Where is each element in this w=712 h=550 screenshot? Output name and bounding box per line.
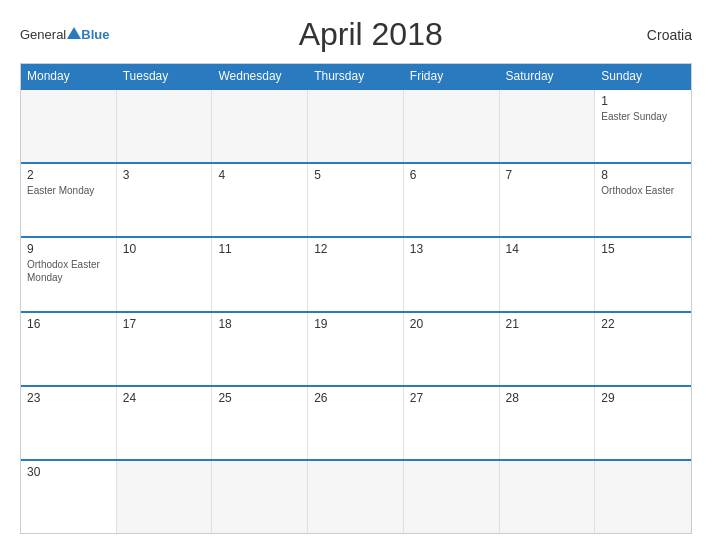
- calendar-cell: 19: [308, 313, 404, 385]
- calendar-cell: [595, 461, 691, 533]
- calendar-cell: 9Orthodox Easter Monday: [21, 238, 117, 310]
- calendar-row: 23242526272829: [21, 385, 691, 459]
- calendar-cell: 5: [308, 164, 404, 236]
- day-of-week-label: Friday: [404, 64, 500, 88]
- day-number: 30: [27, 465, 110, 479]
- day-number: 12: [314, 242, 397, 256]
- calendar-cell: 13: [404, 238, 500, 310]
- day-number: 25: [218, 391, 301, 405]
- calendar-cell: 30: [21, 461, 117, 533]
- calendar-cell: 28: [500, 387, 596, 459]
- calendar-cell: 25: [212, 387, 308, 459]
- day-number: 14: [506, 242, 589, 256]
- day-event: Easter Monday: [27, 185, 94, 196]
- day-number: 29: [601, 391, 685, 405]
- calendar-cell: 12: [308, 238, 404, 310]
- month-title: April 2018: [109, 16, 632, 53]
- day-of-week-label: Sunday: [595, 64, 691, 88]
- day-of-week-label: Thursday: [308, 64, 404, 88]
- calendar-cell: [21, 90, 117, 162]
- calendar-cell: 11: [212, 238, 308, 310]
- calendar-cell: 29: [595, 387, 691, 459]
- calendar-cell: 24: [117, 387, 213, 459]
- day-event: Orthodox Easter: [601, 185, 674, 196]
- calendar-cell: [404, 90, 500, 162]
- day-number: 5: [314, 168, 397, 182]
- calendar-cell: 10: [117, 238, 213, 310]
- calendar-cell: [308, 90, 404, 162]
- calendar-cell: [500, 90, 596, 162]
- day-number: 2: [27, 168, 110, 182]
- day-event: Easter Sunday: [601, 111, 667, 122]
- calendar-cell: [117, 461, 213, 533]
- calendar: MondayTuesdayWednesdayThursdayFridaySatu…: [20, 63, 692, 534]
- calendar-cell: 7: [500, 164, 596, 236]
- calendar-cell: [404, 461, 500, 533]
- calendar-cell: 1Easter Sunday: [595, 90, 691, 162]
- calendar-cell: [117, 90, 213, 162]
- country-label: Croatia: [632, 27, 692, 43]
- calendar-cell: [212, 90, 308, 162]
- calendar-body: 1Easter Sunday2Easter Monday345678Orthod…: [21, 88, 691, 533]
- calendar-cell: 6: [404, 164, 500, 236]
- day-number: 23: [27, 391, 110, 405]
- day-number: 28: [506, 391, 589, 405]
- calendar-cell: 20: [404, 313, 500, 385]
- calendar-cell: 23: [21, 387, 117, 459]
- calendar-cell: 17: [117, 313, 213, 385]
- calendar-row: 1Easter Sunday: [21, 88, 691, 162]
- calendar-cell: 27: [404, 387, 500, 459]
- calendar-cell: [500, 461, 596, 533]
- day-number: 1: [601, 94, 685, 108]
- logo: General Blue: [20, 27, 109, 42]
- day-number: 18: [218, 317, 301, 331]
- calendar-row: 30: [21, 459, 691, 533]
- calendar-cell: 15: [595, 238, 691, 310]
- logo-general-text: General: [20, 27, 66, 42]
- calendar-cell: 8Orthodox Easter: [595, 164, 691, 236]
- day-number: 15: [601, 242, 685, 256]
- calendar-cell: 26: [308, 387, 404, 459]
- calendar-row: 2Easter Monday345678Orthodox Easter: [21, 162, 691, 236]
- day-event: Orthodox Easter Monday: [27, 259, 100, 283]
- day-of-week-label: Saturday: [500, 64, 596, 88]
- header: General Blue April 2018 Croatia: [20, 16, 692, 53]
- day-number: 11: [218, 242, 301, 256]
- day-number: 6: [410, 168, 493, 182]
- day-number: 9: [27, 242, 110, 256]
- calendar-cell: 18: [212, 313, 308, 385]
- calendar-cell: 21: [500, 313, 596, 385]
- day-number: 10: [123, 242, 206, 256]
- day-number: 20: [410, 317, 493, 331]
- day-number: 19: [314, 317, 397, 331]
- calendar-cell: 22: [595, 313, 691, 385]
- day-number: 3: [123, 168, 206, 182]
- day-number: 13: [410, 242, 493, 256]
- calendar-row: 16171819202122: [21, 311, 691, 385]
- day-number: 24: [123, 391, 206, 405]
- day-number: 21: [506, 317, 589, 331]
- page: General Blue April 2018 Croatia MondayTu…: [0, 0, 712, 550]
- calendar-cell: 2Easter Monday: [21, 164, 117, 236]
- day-number: 8: [601, 168, 685, 182]
- calendar-header: MondayTuesdayWednesdayThursdayFridaySatu…: [21, 64, 691, 88]
- day-of-week-label: Tuesday: [117, 64, 213, 88]
- day-of-week-label: Monday: [21, 64, 117, 88]
- logo-triangle-icon: [67, 27, 81, 39]
- calendar-cell: 16: [21, 313, 117, 385]
- day-number: 22: [601, 317, 685, 331]
- calendar-row: 9Orthodox Easter Monday101112131415: [21, 236, 691, 310]
- day-of-week-label: Wednesday: [212, 64, 308, 88]
- day-number: 27: [410, 391, 493, 405]
- calendar-cell: [308, 461, 404, 533]
- calendar-cell: 14: [500, 238, 596, 310]
- day-number: 17: [123, 317, 206, 331]
- calendar-cell: 4: [212, 164, 308, 236]
- day-number: 16: [27, 317, 110, 331]
- logo-blue-text: Blue: [81, 27, 109, 42]
- day-number: 26: [314, 391, 397, 405]
- day-number: 4: [218, 168, 301, 182]
- calendar-cell: 3: [117, 164, 213, 236]
- day-number: 7: [506, 168, 589, 182]
- calendar-cell: [212, 461, 308, 533]
